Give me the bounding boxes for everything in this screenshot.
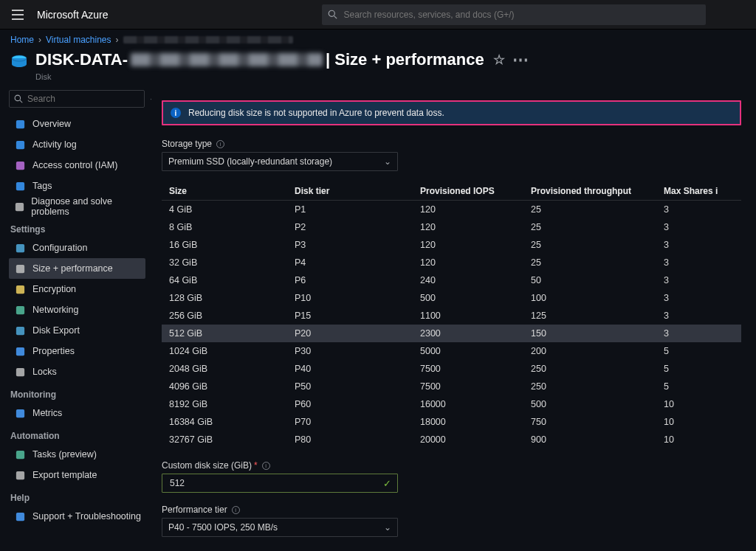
cell-tier: P4 xyxy=(295,257,420,268)
col-tier[interactable]: Disk tier xyxy=(295,186,420,196)
cell-shares: 5 xyxy=(664,364,730,374)
info-hint-icon[interactable]: i xyxy=(216,140,224,148)
overflow-menu-icon[interactable]: ⋯ xyxy=(512,50,530,69)
col-shares[interactable]: Max Shares i xyxy=(664,186,730,196)
page-title-bar: DISK-DATA- | Size + performance ☆ ⋯ xyxy=(0,49,756,75)
cell-iops: 120 xyxy=(420,240,531,250)
main-content: i Reducing disk size is not supported in… xyxy=(151,87,756,551)
cell-tier: P15 xyxy=(295,311,420,321)
svg-rect-17 xyxy=(16,367,24,375)
sidebar-item-overview[interactable]: Overview xyxy=(9,114,145,134)
storage-type-select[interactable]: Premium SSD (locally-redundant storage) … xyxy=(162,152,398,171)
cell-tier: P60 xyxy=(295,399,420,409)
sidebar-item-label: Export template xyxy=(32,470,97,480)
sidebar-search[interactable] xyxy=(9,90,145,108)
table-row[interactable]: 256 GiBP1511001253 xyxy=(162,307,741,325)
table-row[interactable]: 16 GiBP3120253 xyxy=(162,236,741,254)
nav-group-automation: Automation xyxy=(10,431,145,441)
global-search-input[interactable] xyxy=(342,9,700,21)
svg-rect-21 xyxy=(16,512,24,520)
svg-rect-20 xyxy=(16,471,24,479)
col-iops[interactable]: Provisioned IOPS xyxy=(420,186,531,196)
info-hint-icon[interactable]: i xyxy=(262,462,270,470)
table-row[interactable]: 4096 GiBP5075002505 xyxy=(162,378,741,395)
info-hint-icon[interactable]: i xyxy=(715,186,718,196)
col-tput[interactable]: Provisioned throughput xyxy=(531,186,664,196)
sidebar-item-tasks[interactable]: Tasks (preview) xyxy=(9,444,145,465)
breadcrumb-obscured xyxy=(123,36,293,44)
sidebar-item-encryption[interactable]: Encryption xyxy=(9,279,145,299)
cell-size: 128 GiB xyxy=(162,293,295,303)
sidebar-item-label: Support + Troubleshooting xyxy=(32,511,141,521)
table-row[interactable]: 64 GiBP6240503 xyxy=(162,271,741,289)
table-row[interactable]: 512 GiBP2023001503 xyxy=(162,325,741,342)
table-row[interactable]: 128 GiBP105001003 xyxy=(162,289,741,307)
disk-icon xyxy=(10,53,28,71)
cell-iops: 7500 xyxy=(420,364,531,374)
sidebar-item-label: Overview xyxy=(32,119,71,129)
table-row[interactable]: 4 GiBP1120253 xyxy=(162,201,741,218)
col-size[interactable]: Size xyxy=(162,186,295,196)
cell-size: 8 GiB xyxy=(162,222,295,232)
svg-rect-18 xyxy=(16,409,24,417)
sidebar-item-tags[interactable]: Tags xyxy=(9,176,145,196)
sidebar-item-iam[interactable]: Access control (IAM) xyxy=(9,155,145,176)
cell-shares: 3 xyxy=(664,257,730,268)
info-hint-icon[interactable]: i xyxy=(232,506,240,514)
sidebar-item-networking[interactable]: Networking xyxy=(9,299,145,320)
sidebar-item-exporttpl[interactable]: Export template xyxy=(9,465,145,485)
cell-iops: 500 xyxy=(420,293,531,303)
cell-shares: 5 xyxy=(664,381,730,392)
sidebar-item-config[interactable]: Configuration xyxy=(9,238,145,258)
title-prefix: DISK-DATA- xyxy=(35,50,128,69)
table-row[interactable]: 8 GiBP2120253 xyxy=(162,218,741,236)
table-row[interactable]: 16384 GiBP701800075010 xyxy=(162,413,741,431)
notice-text: Reducing disk size is not supported in A… xyxy=(188,108,444,118)
table-row[interactable]: 2048 GiBP4075002505 xyxy=(162,360,741,378)
sidebar-item-sizeperf[interactable]: Size + performance xyxy=(9,258,145,279)
cell-size: 32 GiB xyxy=(162,257,295,268)
custom-size-input[interactable] xyxy=(168,477,383,489)
cell-tier: P1 xyxy=(295,204,420,215)
global-search[interactable] xyxy=(322,4,706,25)
table-row[interactable]: 8192 GiBP601600050010 xyxy=(162,395,741,413)
sidebar-item-diskexport[interactable]: Disk Export xyxy=(9,320,145,341)
table-row[interactable]: 1024 GiBP3050002005 xyxy=(162,342,741,360)
cell-size: 32767 GiB xyxy=(162,434,295,445)
cell-size: 4096 GiB xyxy=(162,381,295,392)
sidebar-item-locks[interactable]: Locks xyxy=(9,361,145,382)
cell-tput: 750 xyxy=(531,417,664,427)
sidebar-item-support[interactable]: Support + Troubleshooting xyxy=(9,506,145,527)
exporttpl-icon xyxy=(13,468,27,482)
sidebar-item-activity[interactable]: Activity log xyxy=(9,134,145,155)
sidebar-item-label: Size + performance xyxy=(32,263,113,274)
table-row[interactable]: 32 GiBP4120253 xyxy=(162,254,741,271)
perf-tier-select[interactable]: P40 - 7500 IOPS, 250 MB/s ⌄ xyxy=(162,518,398,537)
breadcrumb-home[interactable]: Home xyxy=(10,35,34,45)
resource-kind-label: Disk xyxy=(35,72,756,87)
resource-sidebar: « OverviewActivity logAccess control (IA… xyxy=(0,87,151,551)
cell-tput: 150 xyxy=(531,328,664,339)
table-row[interactable]: 32767 GiBP802000090010 xyxy=(162,431,741,448)
sidebar-item-label: Locks xyxy=(32,367,57,377)
sidebar-item-properties[interactable]: Properties xyxy=(9,341,145,361)
svg-rect-11 xyxy=(16,243,24,252)
hamburger-icon[interactable] xyxy=(9,6,27,24)
sidebar-search-input[interactable] xyxy=(26,93,140,105)
sidebar-item-label: Access control (IAM) xyxy=(32,160,117,170)
title-masked xyxy=(131,53,323,66)
cell-size: 4 GiB xyxy=(162,204,295,215)
cell-tier: P80 xyxy=(295,434,420,445)
cell-iops: 16000 xyxy=(420,399,531,409)
sidebar-item-diagnose[interactable]: Diagnose and solve problems xyxy=(9,196,145,217)
tasks-icon xyxy=(13,448,27,461)
cell-size: 8192 GiB xyxy=(162,399,295,409)
breadcrumb-vms[interactable]: Virtual machines xyxy=(46,35,111,45)
svg-rect-16 xyxy=(16,347,24,355)
svg-point-4 xyxy=(15,95,21,101)
custom-size-field[interactable]: ✓ xyxy=(162,474,398,493)
sidebar-item-metrics[interactable]: Metrics xyxy=(9,403,145,423)
cell-tput: 25 xyxy=(531,240,664,250)
favorite-icon[interactable]: ☆ xyxy=(493,52,505,68)
perf-tier-label: Performance tieri xyxy=(162,505,741,515)
